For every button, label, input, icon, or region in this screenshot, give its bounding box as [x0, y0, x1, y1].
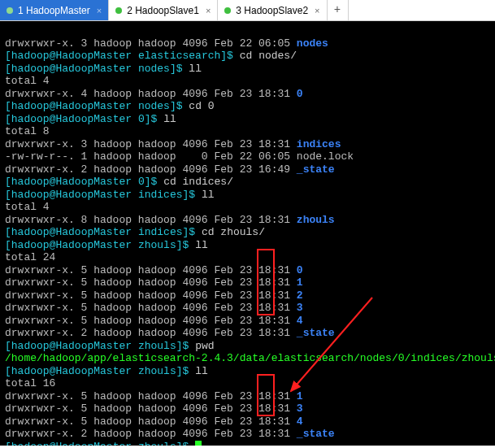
status-dot-icon	[224, 7, 231, 14]
ls-line: drwxrwxr-x. 5 hadoop hadoop 4096 Feb 23 …	[5, 276, 303, 289]
add-tab-button[interactable]: +	[328, 0, 349, 20]
tab-label: 3 HadoopSlave2	[236, 5, 308, 16]
ls-line: drwxrwxr-x. 5 hadoop hadoop 4096 Feb 23 …	[5, 315, 303, 327]
ls-line: drwxrwxr-x. 8 hadoop hadoop 4096 Feb 23 …	[5, 214, 335, 226]
tab-hadoopslave1[interactable]: 2 HadoopSlave1 ×	[109, 0, 218, 20]
tab-label: 2 HadoopSlave1	[127, 5, 199, 16]
prompt-line: [hadoop@HadoopMaster zhouls]$	[5, 441, 202, 446]
ls-line: drwxrwxr-x. 2 hadoop hadoop 4096 Feb 23 …	[5, 163, 335, 176]
ls-line: drwxrwxr-x. 4 hadoop hadoop 4096 Feb 23 …	[5, 88, 303, 100]
tab-label: 1 HadoopMaster	[18, 5, 90, 16]
ls-line: drwxrwxr-x. 5 hadoop hadoop 4096 Feb 23 …	[5, 402, 303, 415]
ls-line: drwxrwxr-x. 5 hadoop hadoop 4096 Feb 23 …	[5, 390, 303, 402]
prompt-line: [hadoop@HadoopMaster zhouls]$ ll	[5, 365, 208, 377]
output-line: total 4	[5, 75, 50, 87]
prompt-line: [hadoop@HadoopMaster zhouls]$ ll	[5, 239, 208, 251]
ls-line: drwxrwxr-x. 5 hadoop hadoop 4096 Feb 23 …	[5, 302, 303, 314]
cursor-icon	[195, 441, 202, 446]
tab-hadoopslave2[interactable]: 3 HadoopSlave2 ×	[218, 0, 327, 20]
tab-hadoopmaster[interactable]: 1 HadoopMaster ×	[0, 0, 109, 20]
close-icon[interactable]: ×	[206, 6, 211, 15]
pwd-output: /home/hadoop/app/elasticsearch-2.4.3/dat…	[5, 352, 495, 364]
close-icon[interactable]: ×	[315, 6, 319, 15]
prompt-line: [hadoop@HadoopMaster indices]$ cd zhouls…	[5, 226, 265, 238]
ls-line: drwxrwxr-x. 3 hadoop hadoop 4096 Feb 22 …	[5, 37, 328, 50]
output-line: total 8	[5, 125, 50, 137]
output-line: total 16	[5, 377, 55, 389]
ls-line: drwxrwxr-x. 5 hadoop hadoop 4096 Feb 23 …	[5, 264, 303, 276]
terminal[interactable]: drwxrwxr-x. 3 hadoop hadoop 4096 Feb 22 …	[0, 21, 495, 446]
ls-line: drwxrwxr-x. 5 hadoop hadoop 4096 Feb 23 …	[5, 415, 303, 428]
output-line: total 24	[5, 251, 55, 263]
prompt-line: [hadoop@HadoopMaster indices]$ ll	[5, 189, 215, 201]
status-dot-icon	[7, 7, 13, 14]
prompt-line: [hadoop@HadoopMaster 0]$ cd indices/	[5, 176, 233, 188]
svg-line-0	[291, 298, 372, 391]
status-dot-icon	[115, 7, 122, 14]
prompt-line: [hadoop@HadoopMaster nodes]$ cd 0	[5, 100, 215, 112]
prompt-line: [hadoop@HadoopMaster zhouls]$ pwd	[5, 340, 215, 352]
prompt-line: [hadoop@HadoopMaster nodes]$ ll	[5, 63, 202, 75]
prompt-line: [hadoop@HadoopMaster 0]$ ll	[5, 113, 176, 125]
close-icon[interactable]: ×	[97, 6, 102, 15]
ls-line: drwxrwxr-x. 2 hadoop hadoop 4096 Feb 23 …	[5, 428, 335, 440]
prompt-line: [hadoop@HadoopMaster elasticsearch]$ cd …	[5, 50, 297, 62]
output-line: total 4	[5, 201, 50, 213]
ls-line: drwxrwxr-x. 3 hadoop hadoop 4096 Feb 23 …	[5, 138, 341, 150]
ls-line: drwxrwxr-x. 2 hadoop hadoop 4096 Feb 23 …	[5, 327, 335, 339]
ls-line: -rw-rw-r--. 1 hadoop hadoop 0 Feb 22 06:…	[5, 150, 354, 163]
ls-line: drwxrwxr-x. 5 hadoop hadoop 4096 Feb 23 …	[5, 289, 303, 302]
tab-bar: 1 HadoopMaster × 2 HadoopSlave1 × 3 Hado…	[0, 0, 495, 21]
